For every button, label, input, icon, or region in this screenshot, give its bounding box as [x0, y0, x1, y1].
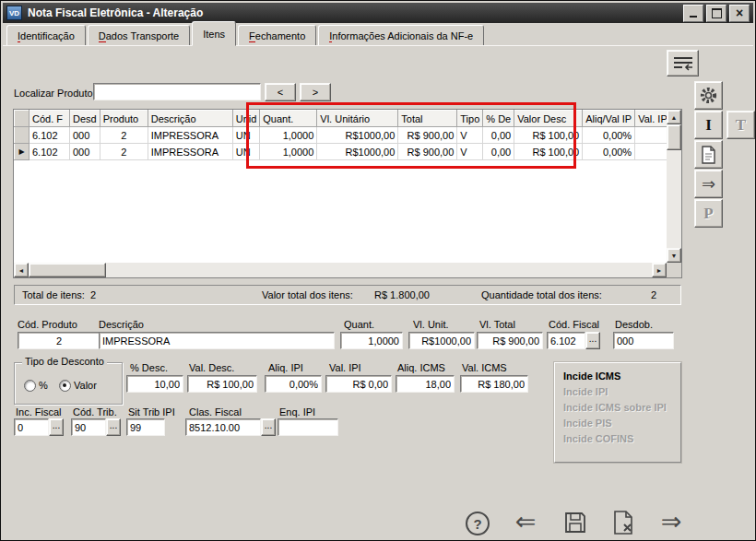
tab-fechamento[interactable]: Fechamento	[238, 25, 316, 46]
help-button[interactable]: ?	[464, 510, 491, 537]
document-button[interactable]	[694, 140, 723, 169]
tipo-desconto-legend: Tipo de Desconto	[22, 356, 107, 367]
vertical-scrollbar[interactable]: ▲ ▼	[667, 110, 681, 263]
desdob-input[interactable]	[613, 332, 674, 349]
close-icon: ×	[736, 6, 743, 19]
minimize-icon	[690, 16, 697, 18]
col-produto[interactable]: Produto	[100, 111, 148, 127]
maximize-icon	[712, 8, 722, 18]
val-desc-input[interactable]	[187, 375, 257, 393]
cod-fiscal-lookup-button[interactable]: ...	[585, 332, 600, 349]
val-icms-label: Val. ICMS	[462, 362, 507, 373]
enq-ipi-label: Enq. IPI	[279, 406, 315, 418]
settings-button[interactable]	[694, 81, 723, 110]
next-button[interactable]: ⇒	[657, 508, 685, 535]
tab-informacoes-adicionais[interactable]: Informações Adicionais da NF-e	[318, 25, 484, 46]
clas-fiscal-lookup-button[interactable]: ...	[261, 418, 276, 436]
descricao-input[interactable]	[99, 332, 335, 349]
print-button-disabled: P	[694, 199, 723, 228]
tab-itens[interactable]: Itens	[192, 21, 236, 46]
save-button[interactable]	[561, 509, 589, 536]
scroll-up-button[interactable]: ▲	[667, 110, 681, 124]
previous-button[interactable]: ⇐	[512, 508, 539, 535]
minimize-button[interactable]	[683, 5, 703, 22]
col-valor-desc[interactable]: Valor Desc	[514, 111, 583, 127]
text-icon: T	[736, 116, 746, 135]
clas-fiscal-input[interactable]	[185, 418, 261, 436]
quant-input[interactable]	[340, 332, 403, 349]
title-bar: VD Nota Fiscal Eletrônica - Alteração ×	[3, 3, 753, 23]
col-aliq-val-ipi[interactable]: Aliq/Val IP	[583, 111, 635, 127]
col-quant[interactable]: Quant.	[260, 111, 317, 127]
col-desd[interactable]: Desd	[70, 111, 100, 127]
col-pct-desc[interactable]: % De	[483, 111, 514, 127]
col-unid[interactable]: Unid	[232, 111, 260, 127]
vl-unit-input[interactable]	[408, 332, 475, 349]
radio-valor-label[interactable]: Valor	[74, 380, 97, 391]
cod-trib-lookup-button[interactable]: ...	[106, 418, 121, 436]
aliq-icms-input[interactable]	[396, 375, 455, 393]
maximize-button[interactable]	[706, 5, 726, 22]
save-icon	[563, 511, 587, 535]
cod-trib-input[interactable]	[71, 418, 106, 436]
pct-desc-label: % Desc.	[130, 362, 168, 373]
incidence-panel: Incide ICMS Incide IPI Incide ICMS sobre…	[554, 362, 681, 463]
table-row-selected[interactable]: ▶ 6.102 000 2 IMPRESSORA UN 1,0000 R$100…	[15, 144, 676, 160]
radio-percent[interactable]	[24, 380, 36, 392]
col-cod-f[interactable]: Cód. F	[30, 111, 70, 127]
close-button[interactable]: ×	[729, 5, 750, 22]
cod-fiscal-input[interactable]	[547, 332, 585, 349]
table-row[interactable]: 6.102 000 2 IMPRESSORA UN 1,0000 R$1000,…	[15, 127, 676, 144]
val-ipi-input[interactable]	[325, 375, 392, 393]
horizontal-scroll-thumb[interactable]	[29, 263, 106, 277]
locator-input[interactable]	[93, 83, 261, 100]
print-icon: P	[703, 205, 713, 223]
scroll-right-button[interactable]: ►	[652, 263, 667, 277]
window: VD Nota Fiscal Eletrônica - Alteração × …	[0, 0, 756, 541]
col-total[interactable]: Total	[398, 111, 457, 127]
prev-item-button[interactable]: <	[265, 83, 296, 101]
grid-header-row: Cód. F Desd Produto Descrição Unid Quant…	[15, 111, 676, 127]
tab-identificacao[interactable]: Identificação	[6, 25, 86, 46]
forward-arrow-icon: ⇒	[661, 510, 682, 535]
vl-total-label: Vl. Total	[479, 319, 515, 330]
quant-label: Quant.	[344, 319, 374, 330]
enq-ipi-input[interactable]	[278, 418, 338, 436]
radio-percent-label[interactable]: %	[39, 380, 48, 391]
inc-fiscal-lookup-button[interactable]: ...	[49, 418, 64, 436]
aliq-icms-label: Aliq. ICMS	[397, 362, 445, 373]
document-x-icon	[612, 511, 634, 535]
val-icms-input[interactable]	[460, 375, 528, 393]
total-value-value: R$ 1.800,00	[374, 289, 430, 300]
cod-produto-label: Cód. Produto	[18, 319, 77, 330]
aliq-ipi-input[interactable]	[265, 375, 322, 393]
col-vl-unitario[interactable]: Vl. Unitário	[317, 111, 398, 127]
cancel-document-button[interactable]	[609, 509, 637, 536]
sit-trib-ipi-label: Sit Trib IPI	[128, 406, 175, 418]
window-title: Nota Fiscal Eletrônica - Alteração	[28, 6, 203, 19]
item-list-button[interactable]	[667, 50, 699, 76]
tab-bar: Identificação Dados Transporte Itens Fec…	[3, 25, 753, 46]
pct-desc-input[interactable]	[126, 375, 183, 393]
down-arrow-icon: ▼	[671, 253, 678, 259]
italic-button[interactable]: I	[694, 111, 723, 139]
sit-trib-ipi-input[interactable]	[126, 418, 165, 436]
document-icon	[701, 146, 716, 164]
tab-dados-transporte[interactable]: Dados Transporte	[88, 25, 190, 46]
col-tipo[interactable]: Tipo	[457, 111, 483, 127]
vl-total-input[interactable]	[477, 332, 543, 349]
radio-valor[interactable]	[59, 380, 71, 392]
scroll-left-button[interactable]: ◄	[14, 263, 29, 277]
help-icon: ?	[466, 512, 490, 535]
transfer-button[interactable]: ⇒	[694, 170, 723, 198]
col-descricao[interactable]: Descrição	[148, 111, 232, 127]
horizontal-scrollbar[interactable]: ◄ ►	[14, 263, 667, 277]
text-button-disabled: T	[726, 111, 755, 139]
incide-icms-sobre-ipi: Incide ICMS sobre IPI	[563, 400, 672, 416]
next-item-button[interactable]: >	[300, 83, 331, 101]
vertical-scroll-thumb[interactable]	[667, 124, 681, 150]
inc-fiscal-input[interactable]	[14, 418, 49, 436]
scroll-down-button[interactable]: ▼	[667, 248, 681, 263]
cod-fiscal-label: Cód. Fiscal	[549, 319, 599, 330]
cod-produto-input[interactable]	[18, 332, 100, 349]
